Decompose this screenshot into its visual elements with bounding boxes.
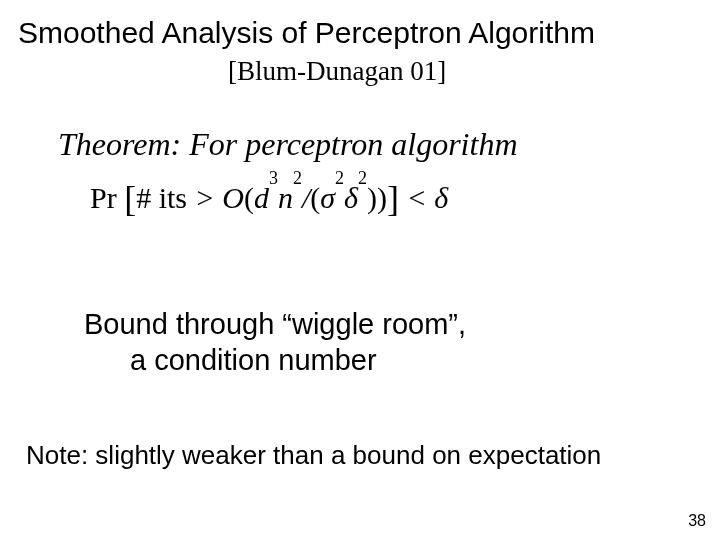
close-paren-2: )	[367, 181, 377, 214]
var-sigma: σ	[320, 181, 335, 214]
var-d: d	[254, 181, 269, 214]
var-delta-inner: δ	[344, 181, 358, 214]
var-delta-rhs: δ	[434, 181, 448, 214]
note-line: Note: slightly weaker than a bound on ex…	[26, 440, 601, 471]
close-paren-1: )	[377, 181, 387, 214]
gt-symbol: >	[195, 181, 215, 214]
open-paren-2: (	[310, 181, 320, 214]
exp-sigma: 2	[335, 168, 344, 188]
open-paren-1: (	[244, 181, 254, 214]
lt-symbol: <	[407, 181, 427, 214]
bound-line-1: Bound through “wiggle room”,	[84, 308, 466, 341]
big-o: O	[222, 181, 244, 214]
theorem-line: Theorem: For perceptron algorithm	[58, 126, 518, 163]
bound-line-2: a condition number	[130, 344, 377, 377]
var-n: n	[278, 181, 293, 214]
pr-label: Pr	[90, 181, 117, 214]
citation: [Blum-Dunagan 01]	[228, 56, 446, 87]
exp-delta: 2	[358, 168, 367, 188]
exp-d: 3	[269, 168, 278, 188]
left-square-bracket: [	[124, 179, 136, 219]
page-number: 38	[688, 512, 706, 530]
num-its-label: # its	[136, 181, 187, 214]
probability-formula: Pr [# its > O(d3n2/(σ2δ2))] < δ	[90, 178, 448, 220]
slide-title: Smoothed Analysis of Perceptron Algorith…	[18, 16, 595, 50]
exp-n: 2	[293, 168, 302, 188]
slide: Smoothed Analysis of Perceptron Algorith…	[0, 0, 720, 540]
right-square-bracket: ]	[387, 179, 399, 219]
